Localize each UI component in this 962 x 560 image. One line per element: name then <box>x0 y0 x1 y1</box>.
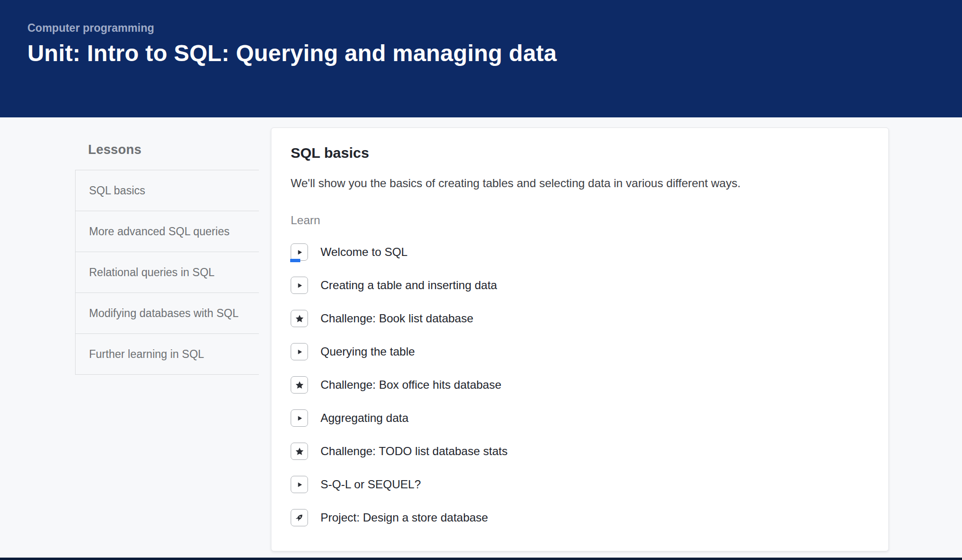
rocket-icon <box>291 509 308 526</box>
play-icon <box>291 277 308 294</box>
lesson-description: We'll show you the basics of creating ta… <box>291 175 869 191</box>
learn-section-label: Learn <box>291 214 869 227</box>
play-icon <box>291 343 308 360</box>
lessons-heading: Lessons <box>88 142 259 157</box>
learn-item-aggregating-data[interactable]: Aggregating data <box>291 409 869 427</box>
lessons-sidebar: Lessons SQL basics More advanced SQL que… <box>75 142 259 375</box>
unit-header-banner: Computer programming Unit: Intro to SQL:… <box>0 0 962 117</box>
star-icon <box>291 376 308 394</box>
window-bottom-edge <box>0 558 962 560</box>
learn-item-challenge-todo-list[interactable]: Challenge: TODO list database stats <box>291 443 869 460</box>
play-icon <box>291 243 308 261</box>
sidebar-item-further-learning-in-sql[interactable]: Further learning in SQL <box>76 334 259 375</box>
video-progress-bar <box>290 259 300 262</box>
star-icon <box>291 310 308 327</box>
lesson-title: SQL basics <box>291 144 869 162</box>
page-title: Unit: Intro to SQL: Querying and managin… <box>27 38 586 68</box>
sidebar-item-modifying-databases-with-sql[interactable]: Modifying databases with SQL <box>76 293 259 334</box>
play-icon <box>291 409 308 427</box>
learn-item-sql-or-sequel[interactable]: S-Q-L or SEQUEL? <box>291 476 869 493</box>
sidebar-item-sql-basics[interactable]: SQL basics <box>76 170 259 211</box>
play-icon <box>291 476 308 493</box>
learn-item-challenge-box-office[interactable]: Challenge: Box office hits database <box>291 376 869 394</box>
sidebar-item-more-advanced-sql-queries[interactable]: More advanced SQL queries <box>76 211 259 252</box>
lessons-list: SQL basics More advanced SQL queries Rel… <box>75 170 259 375</box>
breadcrumb[interactable]: Computer programming <box>27 21 154 35</box>
star-icon <box>291 443 308 460</box>
sidebar-item-relational-queries-in-sql[interactable]: Relational queries in SQL <box>76 252 259 293</box>
learn-item-challenge-book-list[interactable]: Challenge: Book list database <box>291 310 869 327</box>
learn-item-creating-a-table[interactable]: Creating a table and inserting data <box>291 277 869 294</box>
learn-item-welcome-to-sql[interactable]: Welcome to SQL <box>291 243 869 261</box>
lesson-card: SQL basics We'll show you the basics of … <box>271 127 889 551</box>
learn-item-querying-the-table[interactable]: Querying the table <box>291 343 869 360</box>
learn-item-project-store-database[interactable]: Project: Design a store database <box>291 509 869 526</box>
